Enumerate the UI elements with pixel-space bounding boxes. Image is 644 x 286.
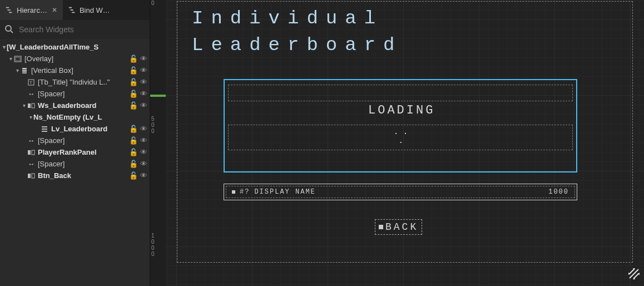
search-icon (4, 24, 14, 34)
lock-icon[interactable]: 🔓 (130, 171, 137, 180)
ruler-tick-1000b: 0 (151, 239, 157, 245)
svg-rect-21 (32, 150, 34, 155)
dashed-sub-box-1 (228, 85, 573, 101)
tree-item-spacer2[interactable]: ↔ [Spacer] 🔓👁 (0, 135, 150, 146)
tree-vbox-label: [Vertical Box] (31, 66, 130, 75)
overlay-icon (13, 55, 22, 63)
tab-hierarchy[interactable]: Hierarc… ✕ (0, 0, 63, 20)
back-button-label: BACK (385, 221, 418, 233)
tree-item-spacer1[interactable]: ↔ [Spacer] 🔓👁 (0, 88, 150, 100)
back-marker-icon (379, 225, 383, 229)
tab-hierarchy-label: Hierarc… (17, 6, 47, 14)
tab-bind-label: Bind W… (80, 6, 110, 14)
tree-item-vbox[interactable]: ▾ [Vertical Box] 🔓👁 (0, 65, 150, 76)
eye-icon[interactable]: 👁 (140, 136, 147, 145)
svg-rect-5 (72, 12, 75, 13)
chevron-down-icon[interactable]: ▾ (28, 114, 33, 120)
ruler-tick-1000a: 1 (151, 233, 157, 239)
resize-handle-icon[interactable] (627, 267, 641, 283)
svg-rect-0 (6, 7, 9, 8)
ruler-tick-500a: 5 (151, 116, 157, 122)
eye-icon[interactable]: 👁 (140, 148, 147, 156)
eye-icon[interactable]: 👁 (140, 125, 147, 133)
tree-item-spacer3[interactable]: ↔ [Spacer] 🔓👁 (0, 158, 150, 170)
tab-bind[interactable]: Bind W… (63, 0, 116, 20)
text-icon: T (27, 78, 36, 86)
ruler-vertical: 0 5 0 0 1 0 0 0 (150, 0, 166, 286)
eye-icon[interactable]: 👁 (140, 101, 147, 110)
tree-item-lv[interactable]: Lv_Leaderboard 🔓👁 (0, 123, 150, 135)
lock-icon[interactable]: 🔓 (130, 66, 137, 75)
eye-icon[interactable]: 👁 (140, 171, 147, 180)
chevron-down-icon[interactable]: ▾ (14, 67, 20, 73)
svg-rect-22 (28, 174, 31, 178)
tree-item-overlay[interactable]: ▾ [Overlay] 🔓👁 (0, 53, 150, 65)
canvas-title-line2: Leaderboard (192, 34, 402, 56)
svg-rect-16 (32, 103, 34, 108)
svg-rect-9 (16, 57, 20, 61)
svg-rect-23 (32, 174, 34, 178)
back-button[interactable]: BACK (375, 219, 422, 235)
tree-item-title[interactable]: T [Tb_Title] "Individu L.." 🔓👁 (0, 76, 150, 88)
eye-icon[interactable]: 👁 (140, 66, 147, 75)
ruler-tick-1000c: 0 (151, 245, 157, 251)
svg-rect-3 (69, 7, 72, 8)
list-icon (40, 125, 49, 133)
lock-icon[interactable]: 🔓 (130, 160, 137, 168)
svg-line-7 (11, 31, 13, 33)
rank-number: #? (240, 188, 250, 196)
ruler-tick-500c: 0 (151, 128, 157, 134)
eye-icon[interactable]: 👁 (140, 78, 147, 86)
canvas-title-line1: Individual (192, 8, 383, 29)
vbox-icon (20, 67, 29, 75)
svg-rect-2 (9, 12, 12, 13)
rank-score: 1000 (548, 188, 569, 196)
chevron-down-icon[interactable]: ▾ (1, 44, 7, 50)
lock-icon[interactable]: 🔓 (130, 55, 137, 63)
eye-icon[interactable]: 👁 (140, 160, 147, 168)
lock-icon[interactable]: 🔓 (130, 101, 137, 110)
rank-display-name: DISPLAY NAME (254, 188, 315, 196)
tree-back-label: Btn_Back (38, 171, 130, 180)
svg-rect-1 (8, 9, 11, 11)
svg-rect-4 (70, 9, 73, 11)
tree-spacer2-label: [Spacer] (38, 136, 130, 145)
eye-icon[interactable]: 👁 (140, 90, 147, 98)
lock-icon[interactable]: 🔓 (130, 90, 137, 98)
svg-text:T: T (29, 80, 32, 85)
eye-icon[interactable]: 👁 (140, 55, 147, 63)
tree-root[interactable]: ▾ [W_LeaderboardAllTime_S (0, 41, 150, 53)
hierarchy-panel: Hierarc… ✕ Bind W… ▾ [W_LeaderboardAllTi… (0, 0, 150, 286)
search-input[interactable] (19, 25, 145, 34)
designer-viewport[interactable]: 0 5 0 0 1 0 0 0 Individual Leaderboard L… (150, 0, 644, 286)
lock-icon[interactable]: 🔓 (130, 78, 137, 86)
svg-rect-18 (42, 129, 47, 130)
bind-icon (68, 6, 76, 14)
svg-rect-10 (22, 68, 27, 70)
tree-spacer1-label: [Spacer] (38, 90, 130, 98)
loading-label: LOADING (368, 103, 435, 117)
tree-item-ws[interactable]: ▾ Ws_Leaderboard 🔓👁 (0, 100, 150, 111)
lock-icon[interactable]: 🔓 (130, 125, 137, 133)
lock-icon[interactable]: 🔓 (130, 136, 137, 145)
spacer-icon: ↔ (27, 137, 36, 145)
svg-rect-17 (42, 126, 47, 127)
chevron-down-icon[interactable]: ▾ (8, 56, 13, 62)
tree-item-back[interactable]: Btn_Back 🔓👁 (0, 170, 150, 181)
svg-rect-19 (42, 131, 47, 132)
spacer-icon: ↔ (27, 90, 36, 98)
ruler-marker (150, 95, 166, 97)
spacer-icon: ↔ (27, 160, 36, 168)
tree-root-label: [W_LeaderboardAllTime_S (7, 43, 147, 51)
spinner-icon: · · · (394, 129, 408, 147)
chevron-down-icon[interactable]: ▾ (21, 102, 27, 109)
widget-tree: ▾ [W_LeaderboardAllTime_S ▾ [Overlay] 🔓👁… (0, 39, 150, 286)
ruler-tick-1000d: 0 (151, 251, 157, 257)
close-icon[interactable]: ✕ (52, 6, 57, 14)
tree-item-ns[interactable]: ▾ Ns_NotEmpty (Lv_L (0, 111, 150, 123)
tree-item-rankpanel[interactable]: PlayerRankPanel 🔓👁 (0, 146, 150, 158)
lock-icon[interactable]: 🔓 (130, 148, 137, 156)
tree-lv-label: Lv_Leaderboard (51, 125, 130, 133)
svg-rect-11 (22, 70, 27, 72)
player-rank-panel: #? DISPLAY NAME 1000 (224, 184, 577, 200)
